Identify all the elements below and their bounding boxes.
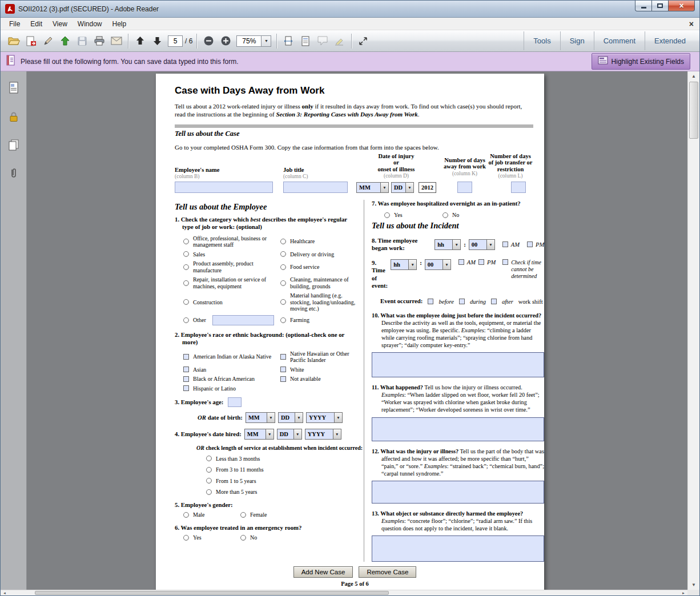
dob-year-dropdown[interactable]: YYYY▼ <box>306 412 343 423</box>
radio-icon[interactable] <box>280 251 286 257</box>
dropdown-arrow-icon[interactable]: ▼ <box>267 413 275 422</box>
checkbox-icon[interactable] <box>502 259 508 265</box>
q13-textarea[interactable] <box>372 535 544 562</box>
radio-option[interactable]: Delivery or driving <box>280 251 356 258</box>
dropdown-arrow-icon[interactable]: ▼ <box>452 240 460 249</box>
dropdown-arrow-icon[interactable]: ▼ <box>334 413 342 422</box>
print-button[interactable] <box>91 33 108 50</box>
radio-icon[interactable] <box>183 299 189 305</box>
hired-month-dropdown[interactable]: MM▼ <box>244 429 274 440</box>
close-button[interactable]: × <box>668 1 695 11</box>
dropdown-arrow-icon[interactable]: ▼ <box>333 429 341 439</box>
radio-icon[interactable] <box>183 317 189 323</box>
radio-icon[interactable] <box>280 280 286 286</box>
after-checkbox[interactable] <box>491 299 497 304</box>
scroll-left-icon[interactable]: ◄ <box>1 590 9 595</box>
radio-option[interactable]: Healthcare <box>280 235 356 248</box>
dob-day-dropdown[interactable]: DD▼ <box>278 412 303 423</box>
radio-icon[interactable] <box>183 280 189 286</box>
event-minute-dropdown[interactable]: 00▼ <box>425 259 451 270</box>
dropdown-arrow-icon[interactable]: ▼ <box>486 240 494 249</box>
checkbox-option[interactable]: Native Hawaiian or Other Pacific Islande… <box>280 351 356 364</box>
am-checkbox[interactable] <box>502 241 508 247</box>
radio-option[interactable]: From 1 to 5 years <box>206 478 356 485</box>
time-cannot-be-determined-option[interactable]: Check if time cannot be determined <box>502 259 544 280</box>
menu-help[interactable]: Help <box>107 18 132 30</box>
dropdown-arrow-icon[interactable]: ▼ <box>405 183 413 192</box>
am-checkbox[interactable] <box>458 259 464 265</box>
began-work-minute-dropdown[interactable]: 00▼ <box>469 239 495 250</box>
radio-option[interactable]: Food service <box>280 260 356 273</box>
page-thumbnails-button[interactable] <box>6 80 22 95</box>
dob-month-dropdown[interactable]: MM▼ <box>246 412 275 423</box>
radio-option[interactable]: Cleaning, maintenance of building, groun… <box>280 276 356 289</box>
q10-textarea[interactable] <box>372 352 544 377</box>
radio-option[interactable]: Farming <box>280 315 356 325</box>
create-pdf-button[interactable] <box>22 33 39 50</box>
radio-option[interactable]: Yes <box>384 212 442 219</box>
radio-option-other[interactable]: Other <box>183 315 280 325</box>
highlight-text-button[interactable] <box>331 33 348 50</box>
dropdown-arrow-icon[interactable]: ▼ <box>380 183 388 192</box>
remove-case-button[interactable]: Remove Case <box>359 566 416 578</box>
checkbox-option[interactable]: Black or African American <box>183 376 280 382</box>
menu-edit[interactable]: Edit <box>25 18 47 30</box>
sticky-note-button[interactable] <box>314 33 331 50</box>
titlebar[interactable]: SOII2012 (3).pdf (SECURED) - Adobe Reade… <box>1 1 699 18</box>
add-new-case-button[interactable]: Add New Case <box>293 566 353 578</box>
injury-month-dropdown[interactable]: MM▼ <box>356 182 389 193</box>
pm-checkbox[interactable] <box>478 259 484 265</box>
job-title-input[interactable] <box>283 182 348 193</box>
radio-icon[interactable] <box>206 489 212 495</box>
maximize-button[interactable] <box>651 1 669 11</box>
radio-option[interactable]: Yes <box>183 534 240 541</box>
tools-button[interactable]: Tools <box>524 31 560 50</box>
security-settings-button[interactable] <box>6 109 22 124</box>
checkbox-icon[interactable] <box>183 376 189 382</box>
radio-option[interactable]: Sales <box>183 251 280 258</box>
radio-option[interactable]: No <box>240 534 257 541</box>
menu-window[interactable]: Window <box>73 18 107 30</box>
dropdown-arrow-icon[interactable]: ▼ <box>295 413 303 422</box>
age-input[interactable] <box>228 397 242 407</box>
radio-option[interactable]: Male <box>183 512 240 518</box>
email-button[interactable] <box>108 33 125 50</box>
pages-panel-button[interactable] <box>6 138 22 152</box>
radio-icon[interactable] <box>183 535 189 541</box>
zoom-out-button[interactable] <box>200 33 217 50</box>
vertical-scroll-thumb[interactable] <box>689 82 698 139</box>
before-checkbox[interactable] <box>428 299 433 304</box>
checkbox-icon[interactable] <box>183 385 189 391</box>
reading-mode-button[interactable] <box>355 33 372 50</box>
checkbox-icon[interactable] <box>280 354 286 360</box>
fit-width-button[interactable] <box>280 33 297 50</box>
injury-day-dropdown[interactable]: DD▼ <box>391 182 414 193</box>
zoom-dropdown-arrow-icon[interactable]: ▼ <box>262 35 271 47</box>
document-area[interactable]: Case with Days Away from Work Tell us ab… <box>27 71 687 590</box>
checkbox-icon[interactable] <box>183 367 189 372</box>
other-text-input[interactable] <box>212 315 274 325</box>
checkbox-icon[interactable] <box>280 367 286 372</box>
radio-icon[interactable] <box>442 212 448 218</box>
radio-option[interactable]: Office, professional, business or manage… <box>183 235 280 248</box>
zoom-level-value[interactable]: 75% <box>236 35 262 47</box>
comment-button[interactable]: Comment <box>594 31 645 50</box>
hired-year-dropdown[interactable]: YYYY▼ <box>305 429 341 440</box>
menu-file[interactable]: File <box>4 18 25 30</box>
previous-page-button[interactable] <box>131 33 148 50</box>
radio-icon[interactable] <box>183 251 189 257</box>
fit-page-button[interactable] <box>297 33 314 50</box>
radio-icon[interactable] <box>280 299 286 305</box>
radio-option[interactable]: Less than 3 months <box>206 456 356 462</box>
checkbox-icon[interactable] <box>183 354 189 360</box>
q12-textarea[interactable] <box>372 481 544 504</box>
radio-icon[interactable] <box>280 317 286 323</box>
checkbox-option[interactable]: White <box>280 367 356 373</box>
checkbox-icon[interactable] <box>280 376 286 382</box>
dropdown-arrow-icon[interactable]: ▼ <box>265 429 273 439</box>
radio-icon[interactable] <box>183 239 189 244</box>
radio-option[interactable]: Construction <box>183 292 280 312</box>
days-away-input[interactable] <box>457 182 472 193</box>
radio-icon[interactable] <box>384 212 390 218</box>
radio-icon[interactable] <box>206 456 212 461</box>
